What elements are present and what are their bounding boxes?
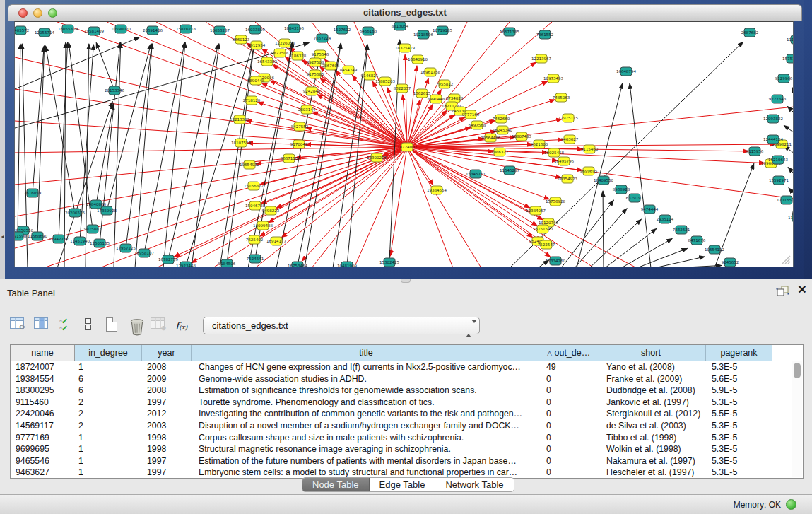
tab-edge-table[interactable]: Edge Table	[370, 478, 436, 491]
graph-node-label: 2687682	[741, 30, 759, 35]
trash-icon[interactable]	[128, 317, 146, 336]
header-title[interactable]: title	[192, 345, 541, 361]
tab-network-table[interactable]: Network Table	[435, 478, 513, 491]
graph-node-label: 16753464	[288, 264, 307, 267]
graph-node-label: 20564486	[481, 136, 500, 140]
graph-node-label: 7986322	[491, 150, 509, 154]
row-height-icon[interactable]	[85, 317, 103, 336]
graph-node-label: 8471676	[688, 238, 706, 243]
graph-node-label: 8322037	[394, 86, 411, 90]
header-short[interactable]: short	[596, 345, 706, 361]
graph-edge[interactable]	[407, 66, 417, 147]
graph-edge[interactable]	[789, 188, 794, 194]
graph-edge[interactable]	[603, 191, 604, 267]
graph-node-label: 9890448	[247, 78, 265, 83]
table-cell: 2	[75, 408, 142, 420]
graph-edge[interactable]	[788, 168, 794, 174]
header-name[interactable]: name	[11, 345, 75, 361]
splitter-handle[interactable]	[401, 279, 411, 283]
graph-edge[interactable]	[15, 43, 309, 128]
graph-edge[interactable]	[144, 42, 184, 253]
table-settings-icon[interactable]: ⚙	[10, 317, 28, 336]
graph-edge[interactable]	[637, 248, 688, 267]
tab-node-table[interactable]: Node Table	[302, 478, 370, 491]
graph-edge[interactable]	[792, 87, 794, 93]
table-cell: 1	[75, 443, 142, 455]
table-selector-dropdown[interactable]: citations_edges.txt	[203, 317, 480, 334]
graph-node-label: 17016504	[777, 198, 794, 202]
table-row[interactable]: 2242004622012Investigating the contribut…	[11, 408, 803, 420]
node-table: name in_degree year title △out_de… short…	[10, 344, 804, 479]
table-cell: 14569117	[11, 420, 75, 432]
graph-node-label: 9175546	[312, 52, 329, 57]
graph-edge[interactable]	[59, 42, 68, 239]
graph-edge[interactable]	[261, 83, 407, 147]
graph-edge[interactable]	[407, 147, 433, 185]
graph-edge[interactable]	[672, 265, 722, 267]
graph-edge[interactable]	[174, 147, 407, 257]
table-cell: 9463627	[11, 467, 75, 479]
graph-edge[interactable]	[407, 147, 541, 241]
graph-edge[interactable]	[96, 42, 114, 90]
graph-node-label: 15592971	[769, 178, 789, 182]
table-row[interactable]: 1456911722003Disruption of a novel membe…	[11, 420, 803, 432]
zoom-traffic-light[interactable]	[48, 8, 57, 18]
graph-edge[interactable]	[46, 46, 75, 213]
graph-edge[interactable]	[114, 42, 121, 267]
function-builder-icon[interactable]: f(x)	[175, 317, 194, 336]
table-row[interactable]: 977716911998Corpus callosum shape and si…	[11, 432, 803, 444]
header-year[interactable]: year	[142, 345, 192, 361]
row-check-icon[interactable]: ▫✓▫✓	[59, 317, 78, 336]
table-cell: 0	[541, 443, 596, 455]
minimize-traffic-light[interactable]	[33, 8, 42, 18]
header-in-degree[interactable]: in_degree	[75, 345, 142, 361]
graph-node-label: 19654932	[240, 163, 259, 167]
graph-edge[interactable]	[33, 46, 44, 193]
graph-node-label: 11451940	[70, 239, 90, 243]
header-pagerank[interactable]: pagerank	[706, 345, 772, 361]
graph-edge[interactable]	[18, 44, 20, 236]
graph-edge[interactable]	[220, 43, 254, 267]
graph-edge[interactable]	[621, 238, 672, 267]
graph-edge[interactable]	[15, 147, 407, 153]
table-cell: Nakamura et al. (1997)	[596, 455, 706, 467]
graph-node-label: 20153346	[105, 88, 124, 93]
graph-edge[interactable]	[192, 44, 219, 267]
table-cell: 2008	[142, 361, 192, 373]
graph-edge[interactable]	[96, 104, 113, 204]
table-row[interactable]: 1830029562008Estimation of significance …	[11, 385, 803, 397]
graph-edge[interactable]	[37, 46, 45, 236]
graph-node-label: 9777169	[462, 112, 480, 117]
graph-edge[interactable]	[630, 83, 651, 267]
window-titlebar[interactable]: citations_edges.txt	[8, 4, 802, 21]
close-traffic-light[interactable]	[18, 8, 28, 18]
table-row[interactable]: 946554611997Estimation of the future num…	[11, 455, 803, 467]
graph-edge[interactable]	[407, 147, 537, 226]
table-cell: 1997	[142, 397, 192, 409]
graph-edge[interactable]	[258, 103, 407, 147]
table-row[interactable]: 969969511998Structural magnetic resonanc…	[11, 443, 803, 455]
table-cell: 5.9E-5	[706, 385, 772, 397]
graph-edge[interactable]	[69, 42, 93, 229]
network-view-canvas[interactable]: 1872400786601238912954122260589827508818…	[14, 21, 794, 267]
new-document-icon[interactable]	[106, 317, 124, 336]
graph-edge[interactable]	[15, 147, 407, 248]
graph-edge[interactable]	[227, 43, 254, 264]
graph-node-label: 9391590	[15, 234, 27, 238]
graph-edge[interactable]	[784, 125, 794, 133]
vertical-scrollbar[interactable]	[792, 361, 802, 477]
table-row[interactable]: 1938455462009Genome-wide association stu…	[11, 373, 803, 385]
table-row[interactable]: 1872400712008Changes of HCN gene express…	[11, 361, 803, 373]
graph-edge[interactable]	[312, 147, 407, 267]
table-cell: Genome-wide association studies in ADHD.	[192, 373, 541, 385]
float-window-icon[interactable]	[776, 285, 790, 298]
panel-collapse-arrow-icon[interactable]: ◂	[0, 233, 5, 240]
header-out-degree[interactable]: △out_de…	[541, 345, 596, 361]
resize-grip-icon[interactable]	[779, 255, 791, 264]
graph-edge[interactable]	[390, 147, 407, 256]
table-cell: Estimation of the future numbers of pati…	[192, 455, 541, 467]
column-visibility-icon[interactable]	[34, 317, 52, 336]
close-icon[interactable]: ✕	[796, 284, 808, 296]
table-row[interactable]: 911546021997Tourette syndrome. Phenomeno…	[11, 397, 803, 409]
scrollbar-thumb[interactable]	[794, 363, 801, 378]
